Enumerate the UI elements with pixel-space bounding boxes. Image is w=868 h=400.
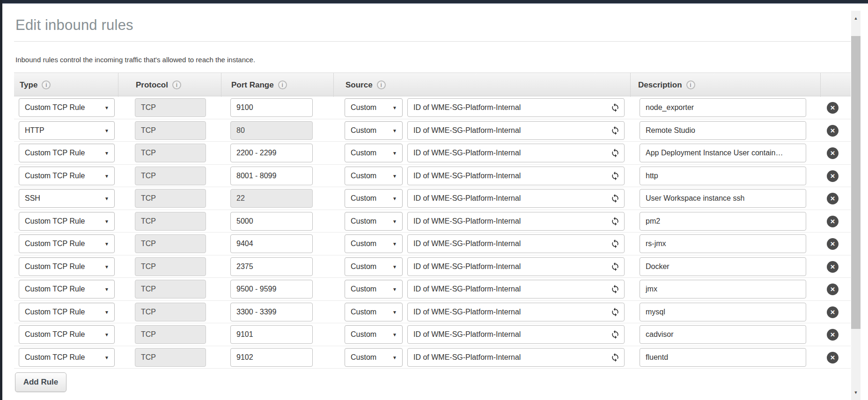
rule-row: Custom TCP Rule ▼ Custom ▼ ✕ (14, 165, 851, 188)
refresh-icon[interactable] (611, 171, 620, 181)
type-select[interactable]: Custom TCP Rule ▼ (19, 212, 115, 231)
description-input[interactable] (640, 121, 806, 140)
source-input[interactable] (407, 212, 625, 231)
refresh-icon[interactable] (611, 330, 620, 339)
chevron-down-icon: ▼ (392, 241, 397, 247)
delete-rule-button[interactable]: ✕ (827, 238, 839, 250)
type-select[interactable]: Custom TCP Rule ▼ (19, 234, 115, 253)
type-select[interactable]: HTTP ▼ (19, 121, 115, 140)
port-range-input[interactable] (230, 257, 313, 276)
source-type-select[interactable]: Custom ▼ (345, 303, 403, 321)
protocol-input (135, 325, 206, 344)
scrollbar-thumb[interactable] (851, 36, 861, 329)
refresh-icon[interactable] (611, 148, 620, 158)
source-input[interactable] (407, 325, 625, 344)
delete-rule-button[interactable]: ✕ (827, 216, 839, 227)
type-select[interactable]: SSH ▼ (19, 189, 115, 208)
refresh-icon[interactable] (611, 262, 620, 271)
chevron-down-icon: ▼ (104, 196, 109, 201)
source-input[interactable] (407, 348, 625, 367)
source-type-select[interactable]: Custom ▼ (345, 189, 403, 208)
source-input[interactable] (407, 167, 625, 185)
refresh-icon[interactable] (611, 284, 620, 294)
source-type-select[interactable]: Custom ▼ (345, 234, 403, 253)
description-input[interactable] (640, 189, 806, 208)
source-type-select[interactable]: Custom ▼ (345, 325, 403, 344)
chevron-down-icon: ▼ (104, 309, 109, 314)
source-type-select[interactable]: Custom ▼ (345, 348, 403, 367)
delete-rule-button[interactable]: ✕ (827, 284, 839, 295)
port-range-input[interactable] (230, 167, 313, 185)
source-field (407, 348, 625, 367)
source-type-select[interactable]: Custom ▼ (345, 280, 403, 298)
column-header-source: Source i (346, 73, 386, 97)
scrollbar-down-arrow[interactable]: ▼ (851, 388, 861, 397)
source-type-select[interactable]: Custom ▼ (345, 144, 403, 162)
info-icon[interactable]: i (377, 80, 386, 89)
delete-rule-button[interactable]: ✕ (827, 147, 839, 159)
info-icon[interactable]: i (686, 80, 695, 89)
description-input[interactable] (640, 257, 806, 276)
source-type-select[interactable]: Custom ▼ (345, 257, 403, 276)
port-range-input[interactable] (230, 98, 313, 117)
description-input[interactable] (640, 280, 806, 298)
refresh-icon[interactable] (611, 307, 620, 317)
description-input[interactable] (640, 348, 806, 367)
type-select[interactable]: Custom TCP Rule ▼ (19, 348, 115, 367)
source-input[interactable] (407, 257, 625, 276)
type-select[interactable]: Custom TCP Rule ▼ (19, 98, 115, 117)
port-range-input[interactable] (230, 234, 313, 253)
refresh-icon[interactable] (611, 126, 620, 135)
source-type-select[interactable]: Custom ▼ (345, 121, 403, 140)
port-range-input[interactable] (230, 280, 313, 298)
source-input[interactable] (407, 280, 625, 298)
type-select[interactable]: Custom TCP Rule ▼ (19, 257, 115, 276)
delete-rule-button[interactable]: ✕ (827, 329, 839, 341)
refresh-icon[interactable] (611, 217, 620, 226)
description-input[interactable] (640, 303, 806, 321)
description-input[interactable] (640, 98, 806, 117)
description-input[interactable] (640, 212, 806, 231)
port-range-input[interactable] (230, 212, 313, 231)
add-rule-button[interactable]: Add Rule (15, 372, 66, 392)
refresh-icon[interactable] (611, 194, 620, 203)
source-input[interactable] (407, 303, 625, 321)
delete-rule-button[interactable]: ✕ (827, 170, 839, 182)
source-type-select[interactable]: Custom ▼ (345, 98, 403, 117)
header-separator (333, 73, 334, 97)
type-select[interactable]: Custom TCP Rule ▼ (19, 303, 115, 321)
refresh-icon[interactable] (611, 353, 620, 362)
info-icon[interactable]: i (278, 80, 287, 89)
source-input[interactable] (407, 98, 625, 117)
delete-rule-button[interactable]: ✕ (827, 125, 839, 137)
delete-rule-button[interactable]: ✕ (827, 306, 839, 318)
vertical-scrollbar[interactable]: ▲ ▼ (851, 11, 861, 400)
source-input[interactable] (407, 144, 625, 162)
description-input[interactable] (640, 234, 806, 253)
delete-rule-button[interactable]: ✕ (827, 102, 839, 114)
source-input[interactable] (407, 121, 625, 140)
port-range-input[interactable] (230, 325, 313, 344)
refresh-icon[interactable] (611, 103, 620, 112)
delete-rule-button[interactable]: ✕ (827, 193, 839, 204)
source-input[interactable] (407, 234, 625, 253)
type-select[interactable]: Custom TCP Rule ▼ (19, 144, 115, 162)
refresh-icon[interactable] (611, 239, 620, 248)
description-input[interactable] (640, 167, 806, 185)
port-range-input[interactable] (230, 303, 313, 321)
description-input[interactable] (640, 325, 806, 344)
info-icon[interactable]: i (172, 80, 181, 89)
type-select[interactable]: Custom TCP Rule ▼ (19, 325, 115, 344)
type-select[interactable]: Custom TCP Rule ▼ (19, 280, 115, 298)
type-select[interactable]: Custom TCP Rule ▼ (19, 167, 115, 185)
delete-rule-button[interactable]: ✕ (827, 352, 839, 364)
port-range-input[interactable] (230, 348, 313, 367)
scrollbar-up-arrow[interactable]: ▲ (851, 14, 861, 23)
description-input[interactable] (640, 144, 806, 162)
info-icon[interactable]: i (42, 80, 51, 89)
port-range-input[interactable] (230, 144, 313, 162)
delete-rule-button[interactable]: ✕ (827, 261, 839, 273)
source-input[interactable] (407, 189, 625, 208)
source-type-select[interactable]: Custom ▼ (345, 212, 403, 231)
source-type-select[interactable]: Custom ▼ (345, 167, 403, 185)
